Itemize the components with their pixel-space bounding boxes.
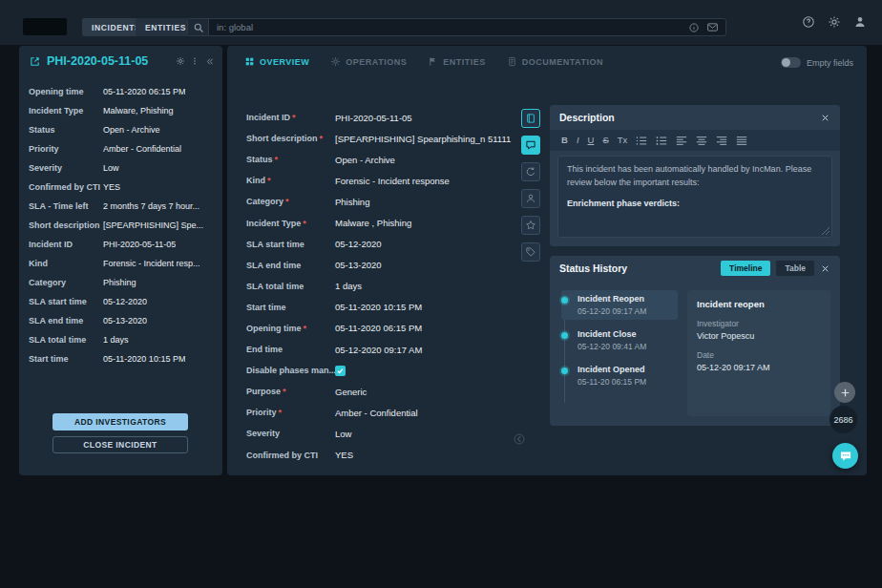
form-row: Confirmed by CTI YES — [246, 445, 533, 466]
timeline-dot-icon — [561, 297, 568, 304]
history-refresh-icon[interactable] — [521, 162, 540, 181]
form-field-value[interactable]: PHI-2020-05-11-05 — [335, 113, 412, 123]
tab-operations[interactable]: OPERATIONS — [330, 56, 407, 67]
summary-field-value: Phishing — [103, 278, 136, 287]
required-asterisk: * — [320, 134, 324, 143]
form-field-label: Category — [246, 197, 284, 206]
collapse-panel-icon[interactable] — [514, 433, 525, 445]
event-title: Incident Close — [578, 329, 674, 339]
summary-settings-icon[interactable] — [176, 56, 185, 66]
required-asterisk: * — [285, 197, 289, 206]
form-field-value[interactable]: Amber - Confidential — [335, 408, 418, 418]
summary-field-label: Priority — [29, 144, 103, 154]
form-field-value[interactable]: Open - Archive — [335, 155, 395, 165]
form-field-label: Short description — [246, 134, 318, 143]
align-justify-icon[interactable] — [736, 136, 747, 146]
required-asterisk: * — [292, 113, 296, 122]
unordered-list-icon[interactable] — [656, 136, 667, 146]
collapse-sidebar-icon[interactable] — [204, 56, 215, 67]
incident-detail-panel: OVERVIEW OPERATIONS ENTITIES DOCUMENTATI… — [227, 46, 867, 475]
help-icon[interactable] — [802, 15, 815, 29]
clear-format-button[interactable]: Tx — [618, 136, 628, 145]
align-center-icon[interactable] — [696, 136, 707, 146]
summary-field-row: Incident ID PHI-2020-05-11-05 — [29, 235, 217, 254]
form-field-value[interactable]: 05-12-2020 — [335, 239, 382, 249]
search-mail-icon[interactable] — [706, 21, 719, 33]
description-editor[interactable]: This incident has been automatically han… — [557, 156, 832, 238]
tags-tag-icon[interactable] — [521, 242, 540, 262]
close-incident-button[interactable]: CLOSE INCIDENT — [52, 436, 188, 453]
summary-field-row: SLA start time 05-12-2020 — [29, 292, 217, 311]
form-field-value[interactable]: Generic — [335, 387, 367, 397]
align-left-icon[interactable] — [676, 136, 687, 146]
global-search[interactable] — [187, 18, 726, 36]
form-field-value[interactable]: Low — [335, 429, 351, 439]
add-button[interactable] — [834, 382, 855, 403]
tab-documentation[interactable]: DOCUMENTATION — [507, 56, 603, 67]
form-row: Disable phases man... — [246, 360, 533, 381]
form-field-value[interactable]: Malware , Phishing — [335, 218, 411, 228]
notes-book-icon[interactable] — [521, 109, 540, 128]
form-field-value[interactable]: 1 days — [335, 281, 362, 291]
strikethrough-button[interactable]: S — [602, 136, 608, 145]
summary-field-value: 05-13-2020 — [103, 316, 147, 326]
status-event[interactable]: Incident Opened 05-11-20 06:15 PM — [561, 361, 678, 390]
form-field-label: Priority — [246, 408, 277, 417]
summary-field-label: SLA - Time left — [29, 201, 103, 211]
close-icon[interactable] — [820, 263, 830, 274]
settings-gear-icon[interactable] — [828, 15, 841, 29]
event-detail-card: Incident reopen Investigator Victor Pope… — [687, 290, 830, 416]
status-event[interactable]: Incident Close 05-12-20 09:41 AM — [561, 326, 678, 355]
chat-bubble-button[interactable] — [832, 443, 858, 469]
form-field-label: Kind — [246, 176, 265, 185]
tab-entities[interactable]: ENTITIES — [428, 56, 486, 67]
date-value: 05-12-20 09:17 AM — [697, 363, 821, 372]
search-info-icon[interactable] — [688, 22, 700, 33]
form-row: SLA start time 05-12-2020 — [246, 234, 533, 255]
form-field-value[interactable]: Forensic - Incident response — [335, 176, 450, 186]
form-field-value[interactable]: YES — [335, 450, 353, 460]
summary-field-value: Open - Archive — [103, 125, 160, 135]
user-profile-icon[interactable] — [853, 15, 867, 29]
underline-button[interactable]: U — [588, 136, 595, 145]
incident-form: Incident ID* PHI-2020-05-11-05 Short des… — [246, 107, 533, 466]
empty-fields-label: Empty fields — [807, 58, 853, 68]
summary-field-label: Incident ID — [29, 240, 103, 249]
form-row: Incident ID* PHI-2020-05-11-05 — [246, 107, 533, 128]
disable-phases-checkbox[interactable] — [335, 366, 346, 376]
favorites-star-icon[interactable] — [521, 216, 540, 235]
summary-field-row: Status Open - Archive — [29, 120, 217, 139]
status-event[interactable]: Incident Reopen 05-12-20 09:17 AM — [561, 290, 678, 320]
bold-button[interactable]: B — [561, 136, 568, 145]
summary-field-label: Incident Type — [29, 106, 103, 116]
align-right-icon[interactable] — [716, 136, 727, 146]
italic-button[interactable]: I — [577, 136, 579, 145]
form-field-value[interactable]: Phishing — [335, 197, 369, 207]
tab-overview[interactable]: OVERVIEW — [244, 56, 309, 67]
form-row: SLA total time 1 days — [246, 276, 533, 297]
kebab-menu-icon[interactable] — [190, 56, 200, 66]
investigators-user-icon[interactable] — [521, 189, 540, 208]
search-input[interactable] — [209, 22, 688, 32]
summary-field-label: Short description — [29, 220, 103, 230]
form-field-value[interactable]: 05-13-2020 — [335, 260, 382, 270]
open-incident-icon[interactable] — [29, 55, 41, 68]
form-field-value[interactable]: 05-11-2020 06:15 PM — [335, 323, 422, 333]
comments-chat-icon[interactable] — [521, 136, 540, 155]
timeline-view-button[interactable]: Timeline — [721, 261, 770, 276]
summary-field-value: 1 days — [103, 335, 129, 345]
form-field-value[interactable]: 05-11-2020 10:15 PM — [335, 302, 422, 312]
form-field-label: SLA total time — [246, 282, 304, 291]
add-investigators-button[interactable]: ADD INVESTIGATORS — [52, 413, 188, 430]
resize-handle-icon[interactable] — [822, 227, 830, 235]
app-logo — [23, 18, 67, 35]
close-icon[interactable] — [820, 113, 830, 123]
ordered-list-icon[interactable] — [636, 136, 647, 146]
form-field-label: SLA start time — [246, 240, 304, 249]
form-row: Severity Low — [246, 423, 533, 444]
form-field-value[interactable]: 05-12-2020 09:17 AM — [335, 345, 422, 355]
table-view-button[interactable]: Table — [776, 261, 814, 276]
summary-field-label: Confirmed by CTI — [29, 182, 103, 192]
form-field-value[interactable]: [SPEARPHISHING] Spearphishing_n 51111 — [335, 134, 511, 144]
empty-fields-toggle[interactable] — [781, 57, 801, 68]
